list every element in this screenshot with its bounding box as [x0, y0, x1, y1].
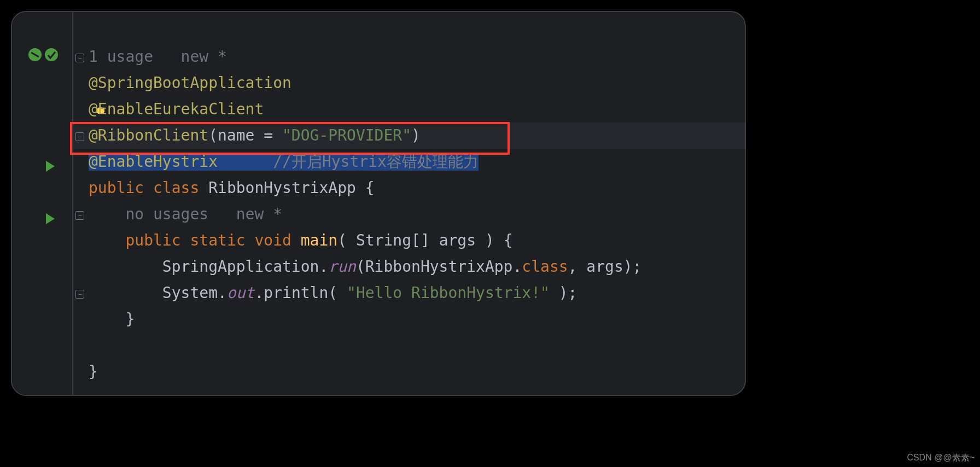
annotation-eureka: @EnableEurekaClient [89, 100, 264, 118]
annotation-springboot: @SpringBootApplication [89, 74, 291, 92]
fold-method-icon[interactable]: − [75, 211, 84, 220]
gutter-divider [72, 12, 73, 395]
fold-end-method-icon[interactable]: − [75, 290, 84, 299]
run-class-icon[interactable] [46, 161, 55, 172]
string-literal: "DOG-PROVIDER" [282, 126, 411, 144]
method-main: main [301, 231, 337, 249]
fold-class-icon[interactable]: − [75, 54, 84, 62]
watermark: CSDN @@素素~ [907, 452, 975, 464]
annotation-hystrix: @EnableHystrix [89, 153, 218, 171]
editor-frame: − − − − 1 usage new * @SpringBootApplica… [11, 11, 746, 396]
comment-hystrix: //开启Hystrix容错处理能力 [273, 153, 479, 171]
static-field-out: out [227, 284, 255, 302]
gutter [12, 12, 72, 395]
spring-bean-badge-icon[interactable] [28, 48, 42, 61]
class-name: RibbonHystrixApp [208, 179, 356, 197]
static-method-run: run [328, 258, 356, 276]
annotation-ribbon: @RibbonClient [89, 126, 208, 144]
string-literal-hello: "Hello RibbonHystrix!" [347, 284, 550, 302]
usage-hint-inner[interactable]: no usages new * [125, 205, 282, 223]
run-method-icon[interactable] [46, 213, 55, 224]
fold-annotation-icon[interactable]: − [75, 132, 84, 141]
code-area[interactable]: 1 usage new * @SpringBootApplication @En… [89, 17, 739, 396]
spring-bean-badge-2-icon[interactable] [45, 48, 58, 61]
usage-hint[interactable]: 1 usage new * [89, 48, 227, 66]
